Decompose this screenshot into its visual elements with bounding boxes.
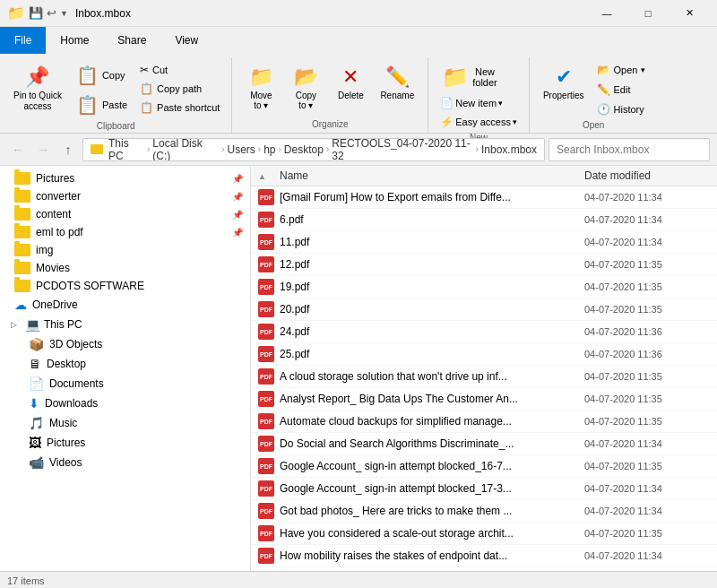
column-name[interactable]: Name	[280, 169, 584, 182]
pdf-icon: PDF	[258, 301, 274, 317]
new-buttons: 📁 New folder 📄 New item ▾ ⚡ Easy access …	[436, 57, 522, 131]
copy-to-button[interactable]: 📂 Copyto ▾	[284, 61, 327, 115]
file-row[interactable]: PDF Got bad photos_ Here are tricks to m…	[251, 500, 717, 523]
breadcrumb-hp[interactable]: hp	[263, 143, 275, 156]
tab-share[interactable]: Share	[103, 27, 160, 54]
file-name: 24.pdf	[280, 325, 584, 338]
undo-icon[interactable]: ↩	[47, 6, 56, 20]
copy-path-button[interactable]: 📋 Copy path	[135, 80, 224, 98]
pdf-icon: PDF	[258, 324, 274, 340]
delete-icon: ✕	[342, 65, 358, 89]
sidebar-item-downloads[interactable]: ⬇ Downloads	[0, 393, 250, 413]
file-row[interactable]: PDF A cloud storage solution that won't …	[251, 366, 717, 388]
breadcrumb-sep-2: ›	[221, 144, 224, 154]
minimize-button[interactable]: —	[586, 0, 627, 27]
breadcrumb-users[interactable]: Users	[227, 143, 255, 156]
column-date-modified[interactable]: Date modified	[584, 169, 710, 182]
rename-icon: ✏️	[385, 65, 410, 89]
rename-button[interactable]: ✏️ Rename	[374, 61, 420, 115]
easy-access-button[interactable]: ⚡ Easy access ▾	[436, 113, 522, 131]
sidebar-item-desktop[interactable]: 🖥 Desktop	[0, 354, 250, 374]
sidebar-item-videos[interactable]: 📹 Videos	[0, 453, 250, 472]
file-row[interactable]: PDF 25.pdf 04-07-2020 11:36	[251, 343, 717, 366]
tab-file[interactable]: File	[0, 27, 46, 54]
maximize-button[interactable]: □	[627, 0, 669, 27]
file-row[interactable]: PDF [Gmail Forum] How to Export emails f…	[251, 186, 717, 209]
back-button[interactable]: ←	[7, 139, 29, 160]
sidebar-item-pcdots[interactable]: PCDOTS SOFTWARE	[0, 277, 250, 295]
copy-paste-col: 📋 Copy 📋 Paste	[70, 61, 134, 119]
new-item-button[interactable]: 📄 New item ▾	[436, 94, 507, 112]
search-input[interactable]	[549, 138, 710, 161]
file-date: 04-07-2020 11:34	[584, 237, 710, 247]
breadcrumb-desktop[interactable]: Desktop	[284, 143, 324, 156]
file-row[interactable]: PDF Analyst Report_ Big Data Ups The Cus…	[251, 388, 717, 411]
dropdown-icon[interactable]: ▼	[60, 9, 68, 18]
sidebar-item-movies[interactable]: Movies	[0, 259, 250, 277]
tab-home[interactable]: Home	[46, 27, 103, 54]
pdf-icon: PDF	[258, 346, 274, 362]
save-icon[interactable]: 💾	[29, 6, 43, 20]
pin-to-quick-access-button[interactable]: 📌 Pin to Quick access	[7, 61, 68, 115]
file-row[interactable]: PDF 6.pdf 04-07-2020 11:34	[251, 209, 717, 231]
open-button[interactable]: 📂 Open ▾	[592, 61, 651, 79]
pdf-icon: PDF	[258, 413, 274, 429]
breadcrumb-thispc[interactable]: This PC	[108, 138, 144, 161]
ribbon-content: 📌 Pin to Quick access 📋 Copy 📋 Paste	[0, 54, 717, 133]
cut-label: Cut	[152, 65, 168, 75]
sidebar-item-onedrive[interactable]: ☁ OneDrive	[0, 295, 250, 315]
file-row[interactable]: PDF 11.pdf 04-07-2020 11:34	[251, 231, 717, 254]
file-row[interactable]: PDF 19.pdf 04-07-2020 11:35	[251, 276, 717, 298]
breadcrumb-inbox[interactable]: Inbox.mbox	[481, 143, 537, 156]
pin-icon: 📌	[232, 210, 243, 220]
paste-button[interactable]: 📋 Paste	[70, 91, 134, 119]
properties-button[interactable]: ✔ Properties	[537, 61, 591, 115]
file-row[interactable]: PDF Google Account_ sign-in attempt bloc…	[251, 478, 717, 500]
file-row[interactable]: PDF 20.pdf 04-07-2020 11:35	[251, 298, 717, 321]
breadcrumb-localdisk[interactable]: Local Disk (C:)	[152, 138, 219, 161]
cut-button[interactable]: ✂ Cut	[135, 61, 224, 79]
sidebar-item-label: converter	[36, 190, 81, 203]
sidebar-item-eml-to-pdf[interactable]: eml to pdf 📌	[0, 223, 250, 241]
file-row[interactable]: PDF Automate cloud backups for simplifie…	[251, 411, 717, 433]
desktop-icon: 🖥	[29, 357, 41, 371]
title-bar: 📁 💾 ↩ ▼ Inbox.mbox — □ ✕	[0, 0, 717, 27]
breadcrumb-rectools[interactable]: RECTOOLS_04-07-2020 11-32	[332, 138, 472, 161]
breadcrumb-sep-1: ›	[147, 144, 150, 154]
sidebar-item-thispc[interactable]: ▷ 💻 This PC	[0, 315, 250, 334]
sidebar-item-converter[interactable]: converter 📌	[0, 187, 250, 205]
file-row[interactable]: PDF 12.pdf 04-07-2020 11:35	[251, 254, 717, 276]
sidebar-item-documents[interactable]: 📄 Documents	[0, 374, 250, 393]
sidebar-item-img[interactable]: img	[0, 241, 250, 259]
delete-button[interactable]: ✕ Delete	[329, 61, 372, 115]
close-button[interactable]: ✕	[669, 0, 710, 27]
status-text: 17 items	[7, 575, 45, 586]
app-icon: 📁	[7, 4, 25, 22]
pdf-icon: PDF	[258, 212, 274, 228]
sidebar-item-music[interactable]: 🎵 Music	[0, 413, 250, 433]
new-folder-button[interactable]: 📁 New folder	[436, 61, 504, 93]
file-row[interactable]: PDF 24.pdf 04-07-2020 11:36	[251, 321, 717, 343]
file-row[interactable]: PDF Have you considered a scale-out stor…	[251, 523, 717, 545]
sidebar-item-3d-objects[interactable]: 📦 3D Objects	[0, 334, 250, 354]
sidebar-item-content[interactable]: content 📌	[0, 205, 250, 223]
up-button[interactable]: ↑	[57, 139, 79, 160]
sidebar-item-pictures-pc[interactable]: 🖼 Pictures	[0, 433, 250, 453]
move-to-button[interactable]: 📁 Moveto ▾	[239, 61, 282, 115]
copy-button[interactable]: 📋 Copy	[70, 61, 134, 90]
file-row[interactable]: PDF How mobility raises the stakes of en…	[251, 545, 717, 567]
file-row[interactable]: PDF Do Social and Search Algorithms Disc…	[251, 433, 717, 455]
paste-shortcut-button[interactable]: 📋 Paste shortcut	[135, 99, 224, 117]
history-button[interactable]: 🕐 History	[592, 100, 651, 118]
folder-icon	[14, 226, 30, 238]
column-date-label: Date modified	[584, 169, 651, 182]
sidebar-item-pictures[interactable]: Pictures 📌	[0, 169, 250, 187]
tab-view[interactable]: View	[160, 27, 212, 54]
forward-button[interactable]: →	[32, 139, 54, 160]
file-name: 25.pdf	[280, 348, 584, 360]
move-to-icon: 📁	[249, 65, 273, 89]
file-name: A cloud storage solution that won't driv…	[280, 370, 584, 383]
edit-button[interactable]: ✏️ Edit	[592, 81, 651, 99]
file-row[interactable]: PDF Google Account_ sign-in attempt bloc…	[251, 455, 717, 478]
new-item-icon: 📄	[440, 97, 454, 109]
